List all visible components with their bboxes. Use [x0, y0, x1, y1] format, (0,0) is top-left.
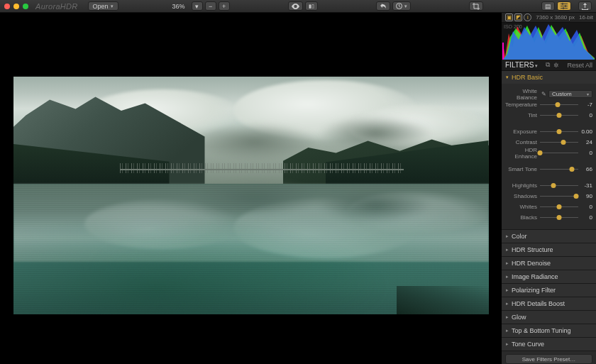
row-blacks: Blacks0	[505, 213, 592, 222]
image-dimensions: 7360 x 3680 px	[536, 14, 575, 21]
section-header-hdr-denoise[interactable]: HDR Denoise	[502, 257, 596, 270]
undo-button[interactable]	[376, 1, 390, 11]
eye-icon	[292, 4, 299, 9]
filters-scroll[interactable]: HDR Basic White Balance ✎ Custom Tempera…	[502, 71, 596, 364]
compare-button[interactable]: ▮▯	[305, 1, 318, 11]
image-viewer[interactable]	[0, 13, 502, 364]
tint-slider[interactable]	[540, 111, 578, 119]
window-controls	[4, 4, 28, 9]
copy-filters-icon[interactable]: ⧉	[546, 61, 550, 69]
info-toggle-icon[interactable]: ◩	[514, 13, 522, 21]
row-white-balance: White Balance ✎ Custom	[505, 89, 592, 99]
section-header-tone-curve[interactable]: Tone Curve	[502, 338, 596, 351]
preview-eye-button[interactable]	[288, 1, 303, 11]
zoom-level-label[interactable]: 36%	[168, 3, 189, 10]
row-highlights: Highlights-31	[505, 181, 592, 190]
temperature-slider[interactable]	[540, 101, 578, 109]
section-hdr-basic: HDR Basic White Balance ✎ Custom Tempera…	[502, 71, 596, 230]
zoom-in-button[interactable]: +	[219, 1, 230, 11]
row-contrast: Contrast24	[505, 138, 592, 147]
filters-header: FILTERS ⧉ ✲ Reset All	[502, 60, 596, 71]
histogram-toggle-icon[interactable]: ▣	[505, 13, 513, 21]
section-header-hdr-structure[interactable]: HDR Structure	[502, 243, 596, 256]
row-hdr-enhance: HDR Enhance0	[505, 148, 592, 158]
zoom-out-button[interactable]: −	[205, 1, 216, 11]
white-balance-dropdown[interactable]: Custom	[548, 90, 592, 98]
minimize-window-button[interactable]	[13, 4, 19, 9]
save-filters-preset-button[interactable]: Save Filters Preset	[505, 354, 592, 364]
undo-icon	[380, 3, 387, 9]
row-tint: Tint0	[505, 111, 592, 120]
open-menu-button[interactable]: Open	[88, 1, 118, 11]
contrast-slider[interactable]	[540, 138, 578, 146]
section-header-image-radiance[interactable]: Image Radiance	[502, 270, 596, 283]
whites-slider[interactable]	[540, 203, 578, 211]
filters-settings-icon[interactable]: ✲	[553, 62, 559, 69]
right-panel: ▣ ◩ i 7360 x 3680 px 16-bit ISO 200 FILT…	[502, 13, 596, 364]
zoom-dropdown-button[interactable]: ▾	[192, 1, 203, 11]
image-bit-depth: 16-bit	[579, 14, 593, 21]
row-whites: Whites0	[505, 202, 592, 211]
clock-icon	[396, 3, 402, 9]
preview-image	[13, 77, 489, 314]
sliders-icon	[561, 3, 568, 9]
help-icon[interactable]: i	[524, 13, 531, 21]
shadows-slider[interactable]	[540, 192, 578, 200]
maximize-window-button[interactable]	[23, 4, 28, 9]
blacks-slider[interactable]	[540, 214, 578, 221]
exposure-slider[interactable]	[540, 128, 578, 136]
svg-point-1	[562, 3, 563, 4]
row-shadows: Shadows90	[505, 192, 592, 201]
top-toolbar: AuroraHDR Open 36% ▾ − + ▮▯ ▤	[0, 0, 596, 13]
close-window-button[interactable]	[4, 4, 10, 9]
panel-info-bar: ▣ ◩ i 7360 x 3680 px 16-bit	[502, 13, 596, 23]
smart-tone-slider[interactable]	[540, 165, 578, 173]
highlights-slider[interactable]	[540, 182, 578, 189]
crop-icon	[473, 3, 480, 10]
reset-all-button[interactable]: Reset All	[567, 62, 592, 69]
row-temperature: Temperature-7	[505, 100, 592, 109]
section-header-hdr-details-boost[interactable]: HDR Details Boost	[502, 297, 596, 310]
section-header-hdr-basic[interactable]: HDR Basic	[502, 71, 596, 84]
filters-title[interactable]: FILTERS	[505, 61, 538, 69]
history-button[interactable]	[392, 1, 411, 11]
presets-panel-button[interactable]: ▤	[541, 1, 555, 11]
eyedropper-button[interactable]: ✎	[540, 91, 547, 98]
svg-point-2	[565, 5, 566, 6]
app-title: AuroraHDR	[35, 2, 78, 11]
section-header-color[interactable]: Color	[502, 230, 596, 243]
hdr-enhance-slider[interactable]	[540, 149, 578, 157]
histogram-graph	[502, 23, 596, 60]
row-smart-tone: Smart Tone66	[505, 165, 592, 174]
svg-point-3	[563, 7, 564, 9]
adjustments-panel-button[interactable]	[557, 1, 571, 11]
export-button[interactable]	[578, 1, 592, 11]
section-header-polarizing-filter[interactable]: Polarizing Filter	[502, 284, 596, 297]
section-header-glow[interactable]: Glow	[502, 311, 596, 324]
section-header-top-bottom-tuning[interactable]: Top & Bottom Tuning	[502, 324, 596, 337]
histogram[interactable]: ISO 200	[502, 23, 596, 60]
white-balance-label: White Balance	[505, 88, 540, 101]
export-icon	[582, 3, 588, 10]
crop-button[interactable]	[469, 1, 483, 11]
row-exposure: Exposure0.00	[505, 127, 592, 136]
